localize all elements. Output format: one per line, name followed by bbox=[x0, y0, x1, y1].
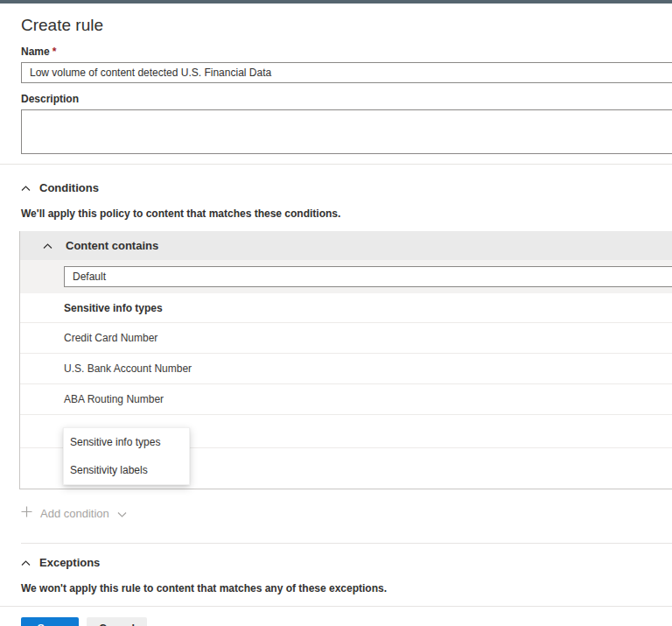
sensitive-info-types-header: Sensitive info types bbox=[64, 302, 163, 314]
condition-group-header[interactable]: Content contains bbox=[20, 231, 672, 260]
save-button[interactable]: Save bbox=[21, 617, 79, 626]
exceptions-section-header[interactable]: Exceptions bbox=[21, 557, 672, 569]
name-input[interactable] bbox=[21, 62, 672, 83]
name-label: Name* bbox=[21, 46, 672, 58]
divider bbox=[0, 606, 672, 607]
plus-icon bbox=[21, 506, 32, 520]
divider bbox=[21, 543, 672, 544]
conditions-heading: Conditions bbox=[39, 182, 99, 194]
footer-actions: Save Cancel bbox=[21, 617, 672, 626]
sensitive-info-type-row: ABA Routing Number bbox=[20, 384, 672, 415]
sensitive-info-type-row: U.S. Bank Account Number bbox=[20, 354, 672, 384]
conditions-description: We'll apply this policy to content that … bbox=[21, 207, 672, 220]
exceptions-heading: Exceptions bbox=[39, 557, 100, 569]
top-accent-bar bbox=[0, 0, 672, 4]
chevron-up-icon[interactable] bbox=[21, 186, 31, 192]
conditions-section-header[interactable]: Conditions bbox=[21, 182, 672, 194]
sensitive-info-type-label: Credit Card Number bbox=[64, 332, 158, 344]
chevron-up-icon bbox=[43, 239, 52, 252]
menu-item-sensitive-info-types[interactable]: Sensitive info types bbox=[64, 428, 189, 456]
chevron-up-icon[interactable] bbox=[21, 560, 31, 566]
exceptions-description: We won't apply this rule to content that… bbox=[21, 582, 672, 594]
divider bbox=[0, 164, 672, 165]
condition-group-title: Content contains bbox=[66, 239, 158, 252]
chevron-down-icon bbox=[117, 507, 127, 520]
add-dropdown-menu: Sensitive info types Sensitivity labels bbox=[63, 427, 190, 485]
page-title: Create rule bbox=[21, 15, 672, 36]
menu-item-sensitivity-labels[interactable]: Sensitivity labels bbox=[64, 456, 189, 484]
sensitive-info-type-row: Credit Card Number bbox=[20, 323, 672, 354]
cancel-button[interactable]: Cancel bbox=[87, 617, 147, 626]
group-name-row bbox=[20, 260, 672, 293]
sensitive-info-type-label: U.S. Bank Account Number bbox=[64, 362, 192, 375]
sensitive-info-type-label: ABA Routing Number bbox=[64, 393, 164, 405]
group-name-input[interactable] bbox=[64, 266, 672, 287]
required-asterisk: * bbox=[52, 46, 57, 58]
add-condition-button[interactable]: Add condition bbox=[21, 506, 127, 520]
create-rule-form: Create rule Name* Description Conditions… bbox=[0, 15, 672, 626]
list-header-row: Sensitive info types bbox=[20, 293, 672, 323]
description-label: Description bbox=[21, 93, 672, 105]
description-input[interactable] bbox=[21, 109, 672, 154]
